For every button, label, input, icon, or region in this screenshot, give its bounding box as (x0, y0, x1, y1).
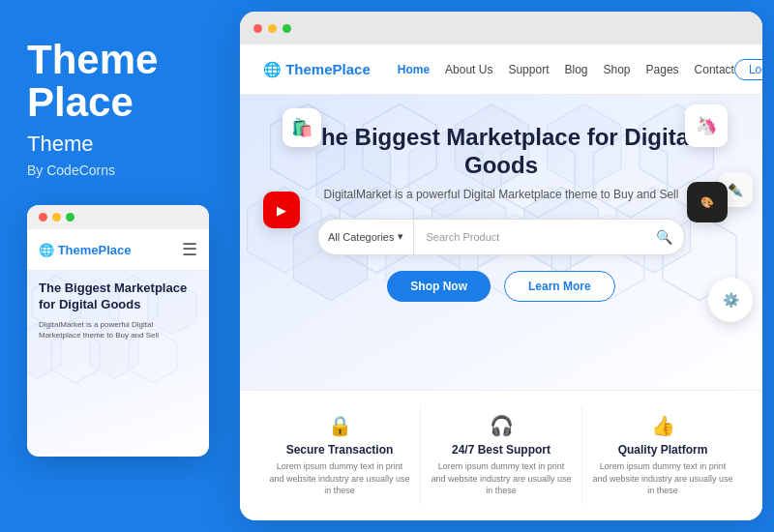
feature-item-2: 👍 Quality Platform Lorem ipsum dummy tex… (582, 406, 743, 505)
app-title: Theme Place (27, 39, 213, 124)
float-icon-2: 🦄 (685, 104, 728, 147)
float-icon-1: 🛍️ (283, 108, 321, 147)
feature-title-0: Secure Transaction (269, 443, 410, 457)
login-button[interactable]: Login (734, 59, 762, 80)
mobile-body: The Biggest Marketplace for Digital Good… (27, 271, 209, 455)
feature-title-1: 24/7 Best Support (431, 443, 572, 457)
quality-icon: 👍 (592, 414, 733, 437)
secure-icon: 🔒 (269, 414, 410, 437)
mobile-nav: 🌐 ThemePlace ☰ (27, 229, 209, 271)
mobile-logo: 🌐 ThemePlace (39, 243, 132, 257)
hamburger-icon: ☰ (182, 239, 197, 260)
support-icon: 🎧 (431, 414, 572, 437)
nav-link-pages[interactable]: Pages (646, 63, 679, 76)
browser-titlebar (240, 12, 762, 44)
features-section: 🔒 Secure Transaction Lorem ipsum dummy t… (240, 390, 762, 520)
hero-title: The Biggest Marketplace for Digital Good… (279, 124, 724, 180)
browser-dot-red (253, 24, 262, 33)
hero-section: 🛍️ 🦄 ✒️ ▶ 🎨 ⚙️ The Biggest Marketplace f… (240, 95, 762, 390)
shop-now-button[interactable]: Shop Now (387, 271, 491, 302)
sidebar: Theme Place Theme By CodeCorns 🌐 ThemePl… (0, 0, 240, 532)
desktop-logo: 🌐 ThemePlace (263, 61, 371, 78)
search-bar: All Categories ▾ Search Product 🔍 (317, 219, 685, 255)
nav-links: Home About Us Support Blog Shop Pages Co… (398, 63, 734, 76)
browser-dot-yellow (268, 24, 277, 33)
nav-actions: Login 🛒 0 (734, 53, 762, 85)
mobile-preview: 🌐 ThemePlace ☰ The Biggest Marketplace f… (27, 205, 209, 457)
search-button[interactable]: 🔍 (648, 229, 680, 245)
search-input[interactable]: Search Product (414, 220, 648, 254)
dot-yellow (52, 213, 61, 222)
float-icon-6: ⚙️ (708, 278, 753, 322)
desktop-nav: 🌐 ThemePlace Home About Us Support Blog … (240, 44, 762, 95)
mobile-headline: The Biggest Marketplace for Digital Good… (39, 281, 197, 313)
main-content: 🌐 ThemePlace Home About Us Support Blog … (240, 12, 762, 520)
feature-item-0: 🔒 Secure Transaction Lorem ipsum dummy t… (259, 406, 421, 505)
app-author: By CodeCorns (27, 163, 213, 178)
mobile-titlebar (27, 205, 209, 229)
dot-red (39, 213, 47, 222)
nav-link-about[interactable]: About Us (445, 63, 492, 76)
learn-more-button[interactable]: Learn More (504, 271, 615, 302)
hero-content: The Biggest Marketplace for Digital Good… (279, 124, 724, 302)
nav-link-home[interactable]: Home (398, 63, 430, 76)
nav-link-contact[interactable]: Contact (695, 63, 734, 76)
search-category-dropdown[interactable]: All Categories ▾ (318, 220, 414, 254)
nav-link-support[interactable]: Support (508, 63, 549, 76)
nav-link-shop[interactable]: Shop (604, 63, 631, 76)
hero-buttons: Shop Now Learn More (279, 271, 724, 302)
chevron-down-icon: ▾ (398, 230, 403, 243)
dot-green (66, 213, 74, 222)
float-icon-4: ▶ (263, 192, 300, 228)
hero-description: DigitalMarket is a powerful Digital Mark… (279, 188, 724, 201)
float-icon-5: 🎨 (687, 182, 728, 222)
nav-link-blog[interactable]: Blog (564, 63, 587, 76)
feature-desc-1: Lorem ipsum dummy text in print and webs… (431, 460, 572, 497)
browser-dot-green (283, 24, 291, 33)
feature-desc-0: Lorem ipsum dummy text in print and webs… (269, 460, 410, 497)
mobile-desc: DigitalMarket is a powerful Digital Mark… (39, 319, 197, 340)
feature-item-1: 🎧 24/7 Best Support Lorem ipsum dummy te… (421, 406, 582, 505)
app-subtitle: Theme (27, 132, 213, 157)
feature-desc-2: Lorem ipsum dummy text in print and webs… (592, 460, 733, 497)
feature-title-2: Quality Platform (592, 443, 733, 457)
